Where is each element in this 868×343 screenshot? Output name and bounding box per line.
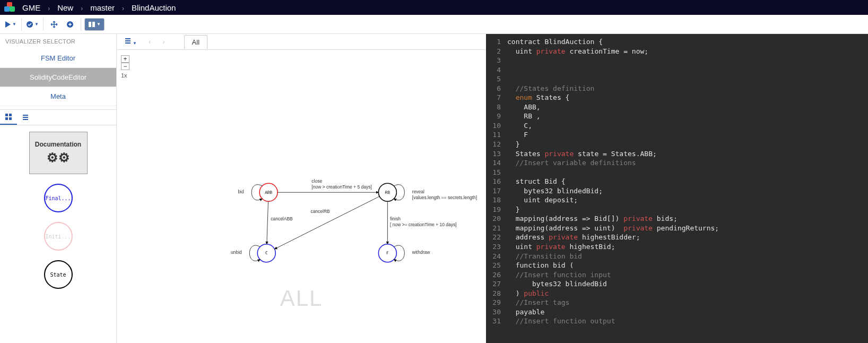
palette-item[interactable]: Final... (44, 184, 73, 212)
code-line[interactable]: 5 (486, 74, 868, 84)
code-content: } (507, 205, 519, 215)
breadcrumb-item[interactable]: master (87, 3, 118, 12)
code-line[interactable]: 15 (486, 168, 868, 177)
svg-rect-5 (9, 114, 12, 116)
code-content: ABB, (507, 102, 541, 112)
chevron-right-icon: › (118, 5, 128, 12)
code-content: contract BlindAuction { (507, 37, 603, 47)
breadcrumb-item[interactable]: BlindAuction (128, 3, 179, 12)
line-number: 2 (486, 47, 507, 56)
code-content: //Transition bid (507, 252, 582, 261)
code-line[interactable]: 6 //States definition (486, 84, 868, 93)
code-line[interactable]: 2 uint private creationTime = now; (486, 47, 868, 56)
svg-rect-4 (5, 114, 8, 116)
code-content: //Insert variable definitions (507, 158, 636, 168)
code-line[interactable]: 26 //Insert function input (486, 270, 868, 280)
line-number: 27 (486, 279, 507, 289)
code-content: uint private highestBid; (507, 242, 615, 252)
breadcrumb-item[interactable]: GME (19, 3, 44, 12)
status-button[interactable]: ▼ (25, 17, 40, 32)
add-button[interactable] (63, 17, 77, 32)
code-line[interactable]: 23 uint private highestBid; (486, 242, 868, 252)
visualizer-header: VISUALIZER SELECTOR (0, 34, 116, 49)
line-number: 29 (486, 298, 507, 307)
code-line[interactable]: 20 mapping(address => Bid[]) private bid… (486, 214, 868, 224)
fsm-canvas[interactable]: ABBRBCFclose[now > creationTime + 5 days… (117, 50, 486, 343)
code-line[interactable]: 14 //Insert variable definitions (486, 158, 868, 168)
svg-rect-7 (9, 117, 12, 120)
palette-documentation[interactable]: Documentation ⚙⚙ (29, 132, 88, 174)
move-button[interactable] (47, 17, 62, 32)
grid-view-tab[interactable] (0, 110, 17, 125)
panel-tabs (0, 109, 116, 125)
code-content: mapping(address => uint) private pending… (507, 224, 719, 233)
code-line[interactable]: 8 ABB, (486, 102, 868, 112)
zoom-out-button[interactable]: − (121, 63, 129, 70)
breadcrumb-item[interactable]: New (54, 3, 76, 12)
line-number: 6 (486, 84, 507, 93)
code-line[interactable]: 31 //Insert function output (486, 316, 868, 326)
code-line[interactable]: 25 function bid ( (486, 261, 868, 270)
code-line[interactable]: 27 bytes32 blindedBid (486, 279, 868, 289)
line-number: 13 (486, 149, 507, 159)
visualizer-item[interactable]: SolidityCodeEditor (0, 68, 116, 87)
code-line[interactable]: 19 } (486, 205, 868, 215)
svg-rect-3 (92, 22, 95, 27)
line-number: 7 (486, 93, 507, 102)
doc-label: Documentation (35, 141, 81, 148)
code-line[interactable]: 18 uint deposit; (486, 195, 868, 205)
chevron-right-icon: › (44, 5, 54, 12)
fsm-edge-label: bid (238, 189, 244, 194)
code-line[interactable]: 17 bytes32 blindedBid; (486, 186, 868, 196)
line-number: 16 (486, 177, 507, 186)
code-line[interactable]: 21 mapping(address => uint) private pend… (486, 224, 868, 233)
list-view-tab[interactable] (17, 110, 34, 125)
fsm-edge[interactable] (274, 196, 379, 249)
visualizer-item[interactable]: Meta (0, 87, 116, 106)
code-editor[interactable]: 1contract BlindAuction {2 uint private c… (486, 34, 868, 343)
code-line[interactable]: 10 C, (486, 121, 868, 131)
code-line[interactable]: 16 struct Bid { (486, 177, 868, 186)
code-line[interactable]: 11 F (486, 130, 868, 140)
line-number: 14 (486, 158, 507, 168)
code-line[interactable]: 3 (486, 56, 868, 65)
fsm-edge-label: unbid (231, 250, 242, 255)
line-number: 4 (486, 65, 507, 75)
line-number: 26 (486, 270, 507, 280)
code-line[interactable]: 28 ) public (486, 289, 868, 298)
nav-back-button[interactable]: ‹ (145, 36, 154, 48)
gears-icon: ⚙⚙ (47, 150, 70, 165)
line-number: 25 (486, 261, 507, 270)
left-panel: VISUALIZER SELECTOR FSM EditorSolidityCo… (0, 34, 117, 343)
app-logo-icon (4, 2, 15, 13)
code-content: bytes32 blindedBid; (507, 186, 603, 196)
fsm-edge-label: reveal (412, 189, 424, 194)
code-line[interactable]: 22 address private highestBidder; (486, 233, 868, 242)
code-line[interactable]: 29 //Insert tags (486, 298, 868, 307)
code-line[interactable]: 13 States private state = States.ABB; (486, 149, 868, 159)
visualizer-item[interactable]: FSM Editor (0, 49, 116, 68)
line-number: 22 (486, 233, 507, 242)
code-line[interactable]: 24 //Transition bid (486, 252, 868, 261)
zoom-level: 1x (121, 72, 129, 79)
nav-forward-button[interactable]: › (159, 36, 168, 48)
list-menu-button[interactable]: ▼ (121, 35, 140, 48)
code-line[interactable]: 30 payable (486, 307, 868, 317)
palette-item[interactable]: Initi... (44, 222, 73, 251)
fsm-node-label: F (386, 251, 389, 255)
code-line[interactable]: 7 enum States { (486, 93, 868, 102)
diagram-tab[interactable]: All (184, 35, 207, 49)
palette-item[interactable]: State (44, 260, 73, 289)
fsm-edge[interactable] (267, 201, 268, 244)
code-line[interactable]: 4 (486, 65, 868, 75)
code-line[interactable]: 9 RB , (486, 112, 868, 121)
line-number: 9 (486, 112, 507, 121)
code-line[interactable]: 12 } (486, 140, 868, 149)
zoom-in-button[interactable]: + (121, 55, 129, 63)
code-line[interactable]: 1contract BlindAuction { (486, 37, 868, 47)
fsm-edge-label: withdraw (412, 250, 430, 255)
code-content: uint private creationTime = now; (507, 47, 648, 56)
code-content: //Insert tags (507, 298, 569, 307)
layout-toggle[interactable]: ▼ (84, 18, 105, 31)
play-button[interactable]: ▼ (3, 17, 18, 32)
